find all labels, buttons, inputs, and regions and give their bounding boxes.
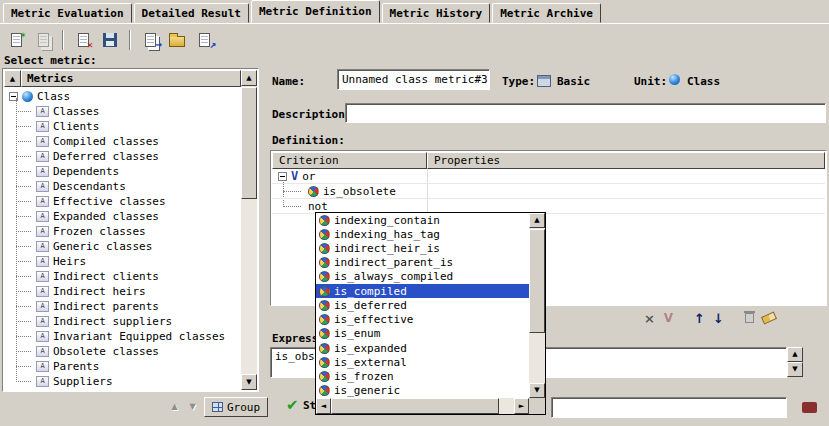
criterion-row-is-obsolete[interactable]: is_obsolete (272, 184, 825, 199)
criterion-label: is_obsolete (323, 185, 396, 198)
move-criterion-up-button[interactable]: ↑ (690, 309, 709, 327)
properties-column-header[interactable]: Properties (427, 152, 825, 169)
tab-metric-history[interactable]: Metric History (382, 3, 491, 23)
metric-icon (36, 346, 49, 357)
tree-item-indirect-clients[interactable]: Indirect clients (4, 269, 241, 284)
dropdown-item-indirect-parent-is[interactable]: indirect_parent_is (316, 256, 529, 270)
dropdown-item-is-compiled[interactable]: is_compiled (316, 284, 529, 298)
save-metric-button[interactable] (98, 28, 122, 52)
select-metric-label: Select metric: (4, 54, 97, 67)
group-toggle-button[interactable]: Group (204, 397, 268, 417)
tree-item-indirect-heirs[interactable]: Indirect heirs (4, 284, 241, 299)
tree-item-generic-classes[interactable]: Generic classes (4, 239, 241, 254)
dropdown-item-is-expanded[interactable]: is_expanded (316, 341, 529, 355)
dropdown-item-indirect-heir-is[interactable]: indirect_heir_is (316, 241, 529, 255)
criterion-ball-icon (308, 186, 319, 197)
expression-scroll-down-button[interactable] (787, 362, 803, 377)
metric-icon (36, 106, 49, 117)
criterion-ball-icon (319, 371, 330, 382)
move-criterion-down-button[interactable]: ↓ (709, 309, 728, 327)
criterion-column-header[interactable]: Criterion (272, 152, 427, 169)
duplicate-metric-button[interactable]: → (138, 28, 162, 52)
sparkle-icon: ✶ (20, 29, 26, 40)
tree-item-clients[interactable]: Clients (4, 119, 241, 134)
tree-column-header[interactable]: Metrics (21, 70, 241, 87)
criterion-label: or (302, 170, 315, 183)
tree-item-heirs[interactable]: Heirs (4, 254, 241, 269)
tree-children: Classes Clients Compiled classes Deferre… (4, 104, 241, 389)
metric-icon (36, 121, 49, 132)
criterion-row-or[interactable]: V or (272, 169, 825, 184)
tree-item-indirect-parents[interactable]: Indirect parents (4, 299, 241, 314)
tab-metric-evaluation[interactable]: Metric Evaluation (3, 3, 132, 23)
dropdown-item-label: is_frozen (334, 370, 394, 383)
tree-scrollbar[interactable] (241, 70, 257, 390)
scroll-down-button[interactable] (529, 383, 545, 398)
status-field[interactable] (551, 397, 787, 418)
clear-definition-button[interactable] (759, 309, 778, 327)
move-metric-down-button[interactable] (184, 398, 201, 415)
tree-item-deferred-classes[interactable]: Deferred classes (4, 149, 241, 164)
criterion-ball-icon (319, 385, 330, 396)
tree-root-label: Class (37, 90, 70, 103)
tree-item-label: Dependents (53, 165, 119, 178)
tree-root-class[interactable]: Class (4, 89, 241, 104)
scroll-right-button[interactable] (514, 398, 529, 414)
copy-metric-button[interactable] (31, 28, 55, 52)
tree-item-label: Invariant Equipped classes (53, 330, 225, 343)
basic-type-icon (537, 75, 551, 87)
new-metric-button[interactable]: ✶ (4, 28, 28, 52)
export-metric-button[interactable]: ↗ (192, 28, 216, 52)
tree-item-indirect-suppliers[interactable]: Indirect suppliers (4, 314, 241, 329)
tree-item-label: Indirect suppliers (53, 315, 172, 328)
tree-item-obsolete-classes[interactable]: Obsolete classes (4, 344, 241, 359)
scrollbar-thumb[interactable] (241, 87, 257, 199)
tree-item-effective-classes[interactable]: Effective classes (4, 194, 241, 209)
dropdown-item-is-generic[interactable]: is_generic (316, 384, 529, 398)
comment-button[interactable] (795, 396, 823, 418)
or-operator-button[interactable]: V (659, 309, 678, 327)
dropdown-item-is-effective[interactable]: is_effective (316, 313, 529, 327)
collapse-box-icon[interactable] (278, 172, 287, 181)
tab-metric-archive[interactable]: Metric Archive (492, 3, 601, 23)
tree-item-expanded-classes[interactable]: Expanded classes (4, 209, 241, 224)
tree-item-parents[interactable]: Parents (4, 359, 241, 374)
scroll-up-button[interactable] (241, 70, 257, 86)
scroll-down-button[interactable] (241, 374, 257, 390)
dropdown-item-indexing-has-tag[interactable]: indexing_has_tag (316, 227, 529, 241)
delete-criterion-button[interactable] (740, 309, 759, 327)
open-metric-file-button[interactable] (165, 28, 189, 52)
tree-item-dependents[interactable]: Dependents (4, 164, 241, 179)
tab-detailed-result[interactable]: Detailed Result (134, 3, 249, 23)
scrollbar-thumb[interactable] (331, 398, 499, 414)
scroll-left-button[interactable] (316, 398, 331, 414)
delete-metric-button[interactable]: ✕ (71, 28, 95, 52)
tree-item-compiled-classes[interactable]: Compiled classes (4, 134, 241, 149)
tree-item-frozen-classes[interactable]: Frozen classes (4, 224, 241, 239)
dropdown-vertical-scrollbar[interactable] (529, 213, 545, 398)
dropdown-item-is-frozen[interactable]: is_frozen (316, 369, 529, 383)
dropdown-item-is-always-compiled[interactable]: is_always_compiled (316, 270, 529, 284)
sort-header-button[interactable] (4, 70, 21, 87)
tree-item-suppliers[interactable]: Suppliers (4, 374, 241, 389)
move-metric-up-button[interactable] (166, 398, 183, 415)
expression-scroll-up-button[interactable] (787, 347, 803, 362)
dropdown-item-indexing-contain[interactable]: indexing_contain (316, 213, 529, 227)
swap-criterion-button[interactable]: × (640, 309, 659, 327)
dropdown-item-is-deferred[interactable]: is_deferred (316, 298, 529, 312)
criterion-dropdown: indexing_contain indexing_has_tag indire… (315, 212, 546, 415)
metric-name-input[interactable]: Unnamed class metric#3 (337, 69, 490, 90)
tree-item-descendants[interactable]: Descendants (4, 179, 241, 194)
tab-metric-definition[interactable]: Metric Definition (251, 0, 380, 23)
scroll-up-button[interactable] (529, 213, 545, 228)
metric-tree-panel: Metrics Class Classes Clients Compiled c… (2, 68, 259, 392)
tree-item-label: Suppliers (53, 375, 113, 388)
export-arrow-icon: ↗ (209, 38, 216, 51)
tree-item-invariant-equipped-classes[interactable]: Invariant Equipped classes (4, 329, 241, 344)
tree-item-classes[interactable]: Classes (4, 104, 241, 119)
description-input[interactable] (345, 103, 826, 123)
dropdown-item-is-enum[interactable]: is_enum (316, 327, 529, 341)
dropdown-item-is-external[interactable]: is_external (316, 355, 529, 369)
dropdown-horizontal-scrollbar[interactable] (316, 398, 529, 414)
scrollbar-thumb[interactable] (529, 229, 545, 333)
